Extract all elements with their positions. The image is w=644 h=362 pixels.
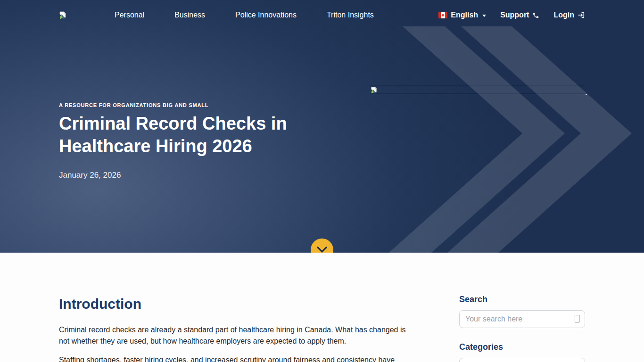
utility-navigation: English Support Login [438, 11, 585, 19]
hero-broken-image-placeholder [370, 86, 585, 94]
login-link[interactable]: Login [553, 11, 585, 19]
nav-item-police-innovations[interactable]: Police Innovations [235, 11, 297, 19]
search-box [459, 310, 585, 328]
categories-heading: Categories [459, 342, 585, 352]
site-logo-broken-image[interactable] [59, 11, 67, 19]
site-header: Personal Business Police Innovations Tri… [0, 0, 644, 30]
sidebar: Search Categories Select Category [459, 295, 585, 362]
category-select[interactable]: Select Category [459, 358, 585, 362]
main-navigation: Personal Business Police Innovations Tri… [115, 11, 374, 19]
phone-icon [532, 12, 539, 19]
search-input[interactable] [459, 310, 585, 328]
chevron-down-icon [317, 247, 327, 253]
broken-image-icon [371, 87, 378, 94]
language-label: English [451, 11, 478, 19]
support-link[interactable]: Support [500, 11, 539, 19]
hero-media [370, 86, 585, 180]
broken-image-icon [59, 11, 67, 19]
main-content: Introduction Criminal record checks are … [0, 253, 644, 362]
sign-in-icon [578, 11, 585, 19]
page-title: Criminal Record Checks in Healthcare Hir… [59, 112, 332, 157]
nav-item-triton-insights[interactable]: Triton Insights [327, 11, 374, 19]
support-label: Support [500, 11, 529, 19]
hero-section: Personal Business Police Innovations Tri… [0, 0, 644, 253]
search-submit-icon[interactable] [575, 315, 579, 322]
section-heading-introduction: Introduction [59, 296, 406, 312]
article-date: January 26, 2026 [59, 171, 347, 180]
hero-content: A RESOURCE FOR ORGANIZATIONS BIG AND SMA… [53, 30, 591, 180]
chevron-down-icon [482, 15, 486, 17]
login-label: Login [553, 11, 574, 19]
scroll-down-button[interactable] [311, 239, 333, 253]
categories-block: Categories Select Category [459, 342, 585, 362]
hero-copy: A RESOURCE FOR ORGANIZATIONS BIG AND SMA… [59, 86, 347, 180]
article-paragraph: Staffing shortages, faster hiring cycles… [59, 354, 406, 362]
hero-eyebrow: A RESOURCE FOR ORGANIZATIONS BIG AND SMA… [59, 102, 347, 108]
language-selector[interactable]: English [438, 11, 486, 19]
article-paragraph: Criminal record checks are already a sta… [59, 324, 406, 347]
canada-flag-icon [438, 12, 447, 18]
nav-item-personal[interactable]: Personal [115, 11, 144, 19]
nav-item-business[interactable]: Business [174, 11, 205, 19]
search-heading: Search [459, 295, 585, 304]
article-body: Introduction Criminal record checks are … [59, 296, 406, 362]
